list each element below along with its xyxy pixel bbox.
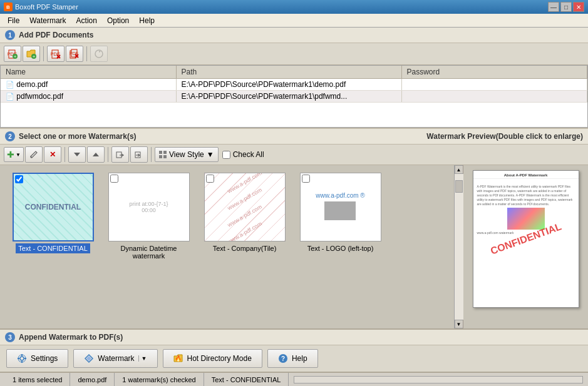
svg-text:?: ? [281,355,285,362]
delete-watermark-button[interactable]: ✕ [44,146,61,163]
watermark-grid: CONFIDENTIAL Text - CONFIDENTIAL print a… [0,165,454,328]
watermark-label: Watermark [98,354,134,363]
menu-watermark[interactable]: Watermark [24,15,71,26]
section3-title: Append Watermark to PDF(s) [19,333,123,342]
watermark-item-2[interactable]: print at:00-{7-1} 00:00 Dynamic Datetime… [103,173,194,261]
add-pdf-button[interactable]: PDF + [4,46,21,62]
check-all-label[interactable]: Check All [222,150,264,159]
watermark-button[interactable]: Watermark ▼ [73,349,157,368]
wm-separator3 [151,147,152,162]
preview-image [507,208,545,230]
watermark-item-1[interactable]: CONFIDENTIAL Text - CONFIDENTIAL [8,173,98,261]
company-watermark: www.a-pdf.com www.a-pdf.com www.a-pdf.co… [205,173,285,241]
wm-label-2: Dynamic Datetimewatermark [118,243,180,261]
add-dropdown-arrow: ▼ [16,152,21,158]
section1-number: 1 [5,30,15,40]
file-section: 1 Add PDF Documents PDF + + [0,28,588,128]
wm-checkbox-4[interactable] [302,175,310,183]
scroll-down-arrow[interactable]: ▼ [455,320,463,328]
close-button[interactable]: ✕ [573,2,584,12]
watermark-item-3[interactable]: www.a-pdf.com www.a-pdf.com www.a-pdf.co… [199,173,290,261]
remove-all-button[interactable]: PDF [66,46,83,62]
file-table: Name Path Password 📄 demo.pdf E:\A-PDF\P… [1,66,587,103]
confidential-watermark: CONFIDENTIAL [14,174,93,240]
wm-checkbox-2[interactable] [110,175,118,183]
hot-directory-button[interactable]: 🔥 Hot Directory Mode [163,349,262,368]
watermark-item-4[interactable]: www.a-pdf.com ® Text - LOGO (left-top) [295,173,386,261]
svg-rect-26 [159,155,162,158]
menu-file[interactable]: File [3,15,24,26]
check-all-container: Check All [222,150,264,159]
section2-number: 2 [5,131,15,141]
view-style-button[interactable]: View Style ▼ [155,147,219,162]
section3-header: 3 Append Watermark to PDF(s) [0,330,588,345]
menu-option[interactable]: Option [102,15,134,26]
bottom-buttons: Settings Watermark ▼ 🔥 Hot Directory Mod… [0,345,588,372]
wm-checkbox-1[interactable] [15,175,23,183]
title-bar-left: B Boxoft PDF Stamper [4,3,78,11]
maximize-button[interactable]: □ [560,2,572,12]
file-name: 📄 pdfwmdoc.pdf [1,91,176,103]
wm-preview-sidebar: About A-PDF Watermark A-PDF Watermark is… [463,165,588,328]
file-list-container: Name Path Password 📄 demo.pdf E:\A-PDF\P… [0,65,588,128]
svg-rect-32 [18,358,19,359]
refresh-button[interactable] [90,46,108,62]
table-row[interactable]: 📄 demo.pdf E:\A-PDF\PDF\Source\PDFwaterm… [1,79,587,91]
add-watermark-button[interactable]: ✚ ▼ [4,147,24,162]
app-icon: B [4,3,13,11]
check-all-checkbox[interactable] [222,151,230,159]
watermark-section: 2 Select one or more Watermark(s) Waterm… [0,128,588,328]
file-password [401,79,587,91]
help-button[interactable]: ? Help [267,349,318,368]
svg-text:+: + [33,54,36,59]
move-down-button[interactable] [68,146,86,163]
wm-separator2 [108,147,108,162]
edit-watermark-button[interactable] [25,146,43,163]
toolbar-separator [43,46,44,61]
section2-title: Select one or more Watermark(s) [19,132,137,141]
move-up-button[interactable] [87,146,105,163]
file-path: E:\A-PDF\PDF\Source\PDFwatermark1\pdfwmd… [176,91,401,103]
svg-marker-19 [93,153,99,156]
help-icon: ? [278,353,288,363]
export-button[interactable] [130,146,148,163]
svg-rect-27 [163,155,167,158]
watermark-icon [84,353,94,363]
col-password: Password [401,66,587,79]
col-path: Path [176,66,401,79]
status-file-name: demo.pdf [70,373,115,386]
settings-button[interactable]: Settings [6,349,68,368]
menu-help[interactable]: Help [134,15,160,26]
scroll-thumb[interactable] [455,180,463,193]
watermark-header: 2 Select one or more Watermark(s) Waterm… [0,128,588,145]
hot-directory-label: Hot Directory Mode [187,354,252,363]
watermark-scrollbar: ▲ ▼ [454,165,463,328]
logo-watermark: www.a-pdf.com ® [301,173,381,241]
import-button[interactable] [111,146,129,163]
window-controls: — □ ✕ [548,2,584,12]
menu-bar: File Watermark Action Option Help [0,14,588,28]
wm-separator [64,147,65,162]
add-folder-button[interactable]: + [23,46,40,62]
minimize-button[interactable]: — [548,2,559,12]
scroll-up-arrow[interactable]: ▲ [455,165,463,174]
menu-action[interactable]: Action [71,15,102,26]
wm-checkbox-3[interactable] [206,175,214,183]
hot-directory-icon: 🔥 [173,353,183,363]
status-watermark-name: Text - CONFIDENTIAL [204,373,289,386]
preview-content: About A-PDF Watermark A-PDF Watermark is… [473,171,579,307]
app-title: Boxoft PDF Stamper [15,3,78,11]
remove-button[interactable]: PDF [47,46,64,62]
watermark-dropdown-arrow[interactable]: ▼ [138,355,147,362]
svg-marker-18 [74,153,80,156]
svg-rect-25 [163,151,167,154]
wm-thumb-2: print at:00-{7-1} 00:00 [108,173,190,241]
svg-point-28 [20,357,24,360]
wm-preview-box[interactable]: About A-PDF Watermark A-PDF Watermark is… [473,170,579,308]
preview-header: About A-PDF Watermark [473,171,579,179]
settings-label: Settings [31,354,58,363]
datetime-watermark: print at:00-{7-1} 00:00 [109,173,189,241]
svg-text:+: + [14,54,17,59]
status-items-selected: 1 items selected [5,373,70,386]
table-row[interactable]: 📄 pdfwmdoc.pdf E:\A-PDF\PDF\Source\PDFwa… [1,91,587,103]
